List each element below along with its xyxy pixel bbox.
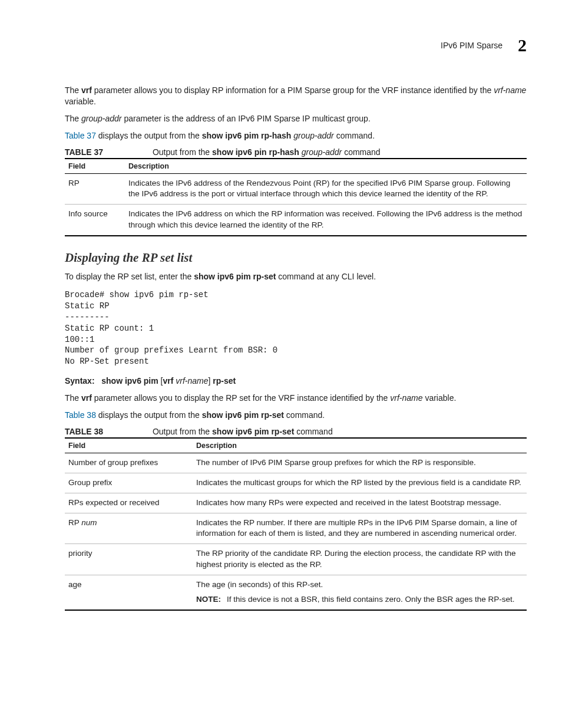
table-label: TABLE 38 [65, 427, 150, 436]
header-title: IPv6 PIM Sparse [441, 41, 503, 50]
paragraph: To display the RP set list, enter the sh… [65, 271, 527, 282]
table-row: Info source Indicates the IPv6 address o… [65, 205, 527, 236]
paragraph: The vrf parameter allows you to display … [65, 85, 527, 107]
code-block: Brocade# show ipv6 pim rp-set Static RP … [65, 289, 527, 367]
paragraph: The group-addr parameter is the address … [65, 113, 527, 124]
table-37: Field Description RP Indicates the IPv6 … [65, 158, 527, 237]
header-chapter: 2 [518, 35, 527, 55]
note-text: If this device is not a BSR, this field … [227, 594, 514, 605]
col-header: Field [65, 438, 193, 453]
page-header: IPv6 PIM Sparse 2 [65, 35, 527, 55]
table-row: RP Indicates the IPv6 address of the Ren… [65, 173, 527, 205]
section-heading: Displaying the RP set list [65, 251, 527, 265]
col-header: Description [193, 438, 527, 453]
table-caption: TABLE 37 Output from the show ipv6 pin r… [65, 147, 527, 157]
paragraph: Table 37 displays the output from the sh… [65, 130, 527, 141]
col-header: Field [65, 159, 125, 174]
table-38: Field Description Number of group prefix… [65, 437, 527, 611]
page: IPv6 PIM Sparse 2 The vrf parameter allo… [0, 0, 562, 728]
table-label: TABLE 37 [65, 147, 150, 157]
table-ref-link[interactable]: Table 37 [65, 131, 96, 140]
table-caption: TABLE 38 Output from the show ipv6 pim r… [65, 427, 527, 436]
table-row: Group prefix Indicates the multicast gro… [65, 473, 527, 493]
table-row: priority The RP priority of the candidat… [65, 544, 527, 575]
paragraph: Table 38 displays the output from the sh… [65, 410, 527, 421]
table-row: Number of group prefixes The number of I… [65, 453, 527, 473]
paragraph: The vrf parameter allows you to display … [65, 393, 527, 404]
syntax-line: Syntax: show ipv6 pim [vrf vrf-name] rp-… [65, 375, 527, 387]
table-ref-link[interactable]: Table 38 [65, 410, 96, 420]
table-row: age The age (in seconds) of this RP-set.… [65, 575, 527, 610]
col-header: Description [125, 159, 527, 174]
table-row: RP num Indicates the RP number. If there… [65, 513, 527, 544]
table-row: RPs expected or received Indicates how m… [65, 493, 527, 513]
note-label: NOTE: [196, 594, 227, 605]
